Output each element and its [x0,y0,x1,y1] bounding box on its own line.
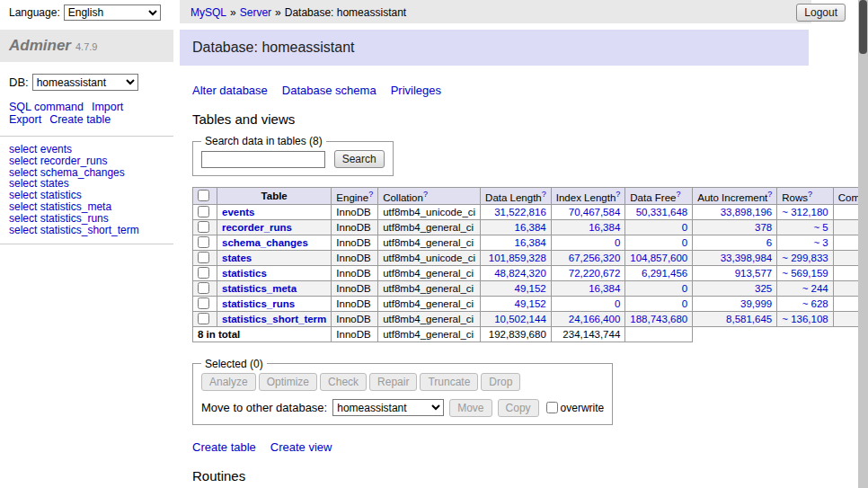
table-name-link[interactable]: states [222,253,252,263]
index-length-link[interactable]: 70,467,584 [569,207,621,217]
data-length-link[interactable]: 10,502,144 [494,314,546,324]
help-icon[interactable]: ? [767,190,772,199]
auto-increment-link[interactable]: 325 [755,283,772,294]
auto-increment-link[interactable]: 6 [766,237,772,248]
help-icon[interactable]: ? [423,190,428,199]
help-icon[interactable]: ? [808,190,812,199]
data-free-link[interactable]: 0 [682,283,687,294]
help-icon[interactable]: ? [676,190,680,199]
table-row: recorder_runs InnoDB utf8mb4_general_ci … [193,219,859,235]
auto-increment-link[interactable]: 913,577 [735,268,773,279]
row-checkbox[interactable] [198,206,209,217]
sidebar-action-link[interactable]: Import [92,101,123,113]
sidebar-table-link[interactable]: statistics_short_term [40,224,139,236]
db-select[interactable]: homeassistant [32,74,138,91]
sidebar-action-link[interactable]: Create table [49,113,111,126]
row-checkbox[interactable] [198,221,209,233]
sidebar: Adminer4.7.9 DB:homeassistant SQL comman… [0,23,173,488]
comment-cell [833,265,858,280]
db-action-link[interactable]: Alter database [192,84,268,97]
language-select[interactable]: English [64,4,161,21]
scrollbar-thumb[interactable] [859,0,867,54]
create-link[interactable]: Create view [270,440,332,454]
rows-count-link[interactable]: ~ 299,833 [782,253,828,263]
row-checkbox[interactable] [198,252,209,263]
row-checkbox[interactable] [198,297,209,309]
data-length-link[interactable]: 49,152 [515,283,546,294]
copy-button[interactable]: Copy [498,399,539,417]
data-length-link[interactable]: 48,824,320 [494,268,546,279]
table-name-link[interactable]: events [222,207,254,217]
auto-increment-link[interactable]: 33,898,196 [721,207,773,217]
index-length-link[interactable]: 72,220,672 [569,268,621,279]
index-length-link[interactable]: 0 [615,237,620,248]
rows-count-link[interactable]: ~ 312,180 [782,207,828,217]
row-checkbox[interactable] [198,313,209,324]
row-checkbox[interactable] [198,236,209,248]
bulk-action-button[interactable]: Drop [481,373,520,391]
data-free-link[interactable]: 6,291,456 [642,268,687,279]
rows-count-link[interactable]: ~ 5 [813,222,828,233]
rows-count-link[interactable]: ~ 569,159 [782,268,828,279]
logout-button[interactable]: Logout [796,4,846,22]
search-input[interactable] [201,151,325,168]
bulk-action-button[interactable]: Truncate [420,373,478,391]
rows-count-link[interactable]: ~ 3 [813,237,828,248]
rows-count-link[interactable]: ~ 136,108 [782,314,828,324]
bulk-action-button[interactable]: Repair [369,373,417,391]
help-icon[interactable]: ? [368,190,373,199]
table-name-link[interactable]: schema_changes [222,237,308,248]
table-name-link[interactable]: statistics [222,268,267,279]
help-icon[interactable]: ? [542,190,546,199]
data-length-link[interactable]: 16,384 [515,222,546,233]
table-name-link[interactable]: statistics_meta [222,283,297,294]
index-length-link[interactable]: 24,166,400 [569,314,621,324]
data-free-link[interactable]: 0 [682,298,687,309]
move-db-select[interactable]: homeassistant [332,399,444,416]
rows-count-link[interactable]: ~ 244 [802,283,828,294]
data-length-link[interactable]: 31,522,816 [494,207,546,217]
data-length-link[interactable]: 101,859,328 [489,253,546,263]
sidebar-action-link[interactable]: Export [9,113,41,126]
sidebar-action-link[interactable]: SQL command [9,101,84,113]
data-free-link[interactable]: 104,857,600 [630,253,687,263]
db-action-link[interactable]: Database schema [282,84,376,97]
auto-increment-link[interactable]: 39,999 [740,298,772,309]
table-name-link[interactable]: recorder_runs [222,222,292,233]
create-link[interactable]: Create table [192,440,256,454]
auto-increment-link[interactable]: 378 [755,222,772,233]
auto-increment-link[interactable]: 8,581,645 [726,314,772,324]
engine-cell: InnoDB [332,204,378,219]
index-length-link[interactable]: 0 [615,298,620,309]
db-action-link[interactable]: Privileges [391,84,441,97]
data-free-link[interactable]: 188,743,680 [630,314,687,324]
comment-cell [833,296,858,311]
data-length-link[interactable]: 49,152 [515,298,546,309]
breadcrumb-mysql-link[interactable]: MySQL [190,6,226,19]
row-checkbox[interactable] [198,267,209,279]
help-icon[interactable]: ? [616,190,620,199]
index-length-link[interactable]: 16,384 [589,222,620,233]
sidebar-select-link[interactable]: select [9,224,37,236]
index-length-link[interactable]: 67,256,320 [569,253,621,263]
move-button[interactable]: Move [449,399,492,417]
row-checkbox[interactable] [198,282,209,294]
data-free-link[interactable]: 0 [682,222,687,233]
data-free-link[interactable]: 0 [682,237,687,248]
table-name-link[interactable]: statistics_runs [222,298,295,309]
bulk-action-button[interactable]: Check [320,373,367,391]
overwrite-checkbox[interactable] [546,402,558,413]
data-length-link[interactable]: 16,384 [515,237,546,248]
select-all-checkbox[interactable] [198,190,209,201]
vertical-scrollbar[interactable] [858,0,868,488]
bulk-action-button[interactable]: Optimize [259,373,317,391]
breadcrumb-server-link[interactable]: Server [240,6,271,19]
auto-increment-link[interactable]: 33,398,984 [721,253,773,263]
rows-count-link[interactable]: ~ 628 [802,298,828,309]
search-button[interactable]: Search [334,150,385,168]
engine-cell: InnoDB [332,280,378,296]
bulk-action-button[interactable]: Analyze [201,373,256,391]
index-length-link[interactable]: 16,384 [589,283,620,294]
data-free-link[interactable]: 50,331,648 [636,207,688,217]
table-name-link[interactable]: statistics_short_term [222,314,326,324]
